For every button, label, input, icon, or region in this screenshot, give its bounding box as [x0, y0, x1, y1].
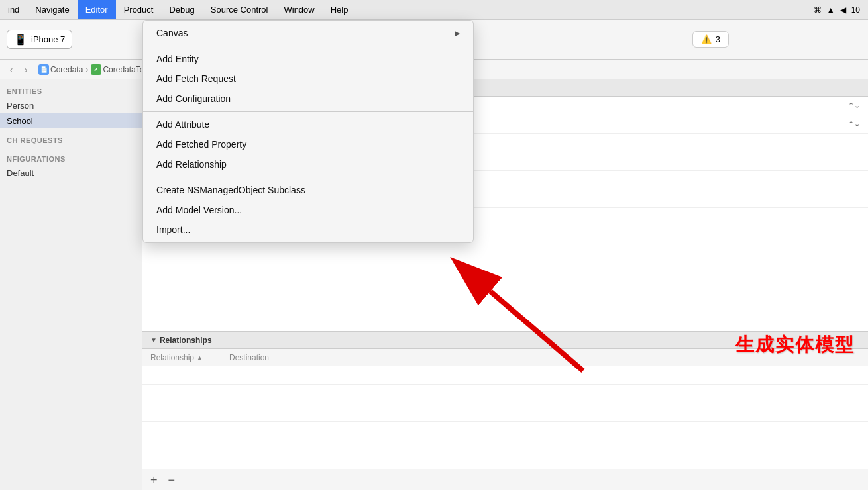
- menu-navigate[interactable]: Navigate: [27, 0, 77, 19]
- signal-icon: ▲: [827, 5, 835, 15]
- device-label: iPhone 7: [31, 34, 65, 44]
- stepper-1[interactable]: ⌃⌄: [848, 101, 860, 110]
- menu-add-fetch-request[interactable]: Add Fetch Request: [143, 69, 473, 89]
- warning-count: 3: [716, 34, 720, 44]
- sidebar-item-default[interactable]: Default: [0, 166, 142, 181]
- menu-sep-1: [143, 46, 473, 46]
- menu-import[interactable]: Import...: [143, 220, 473, 240]
- menu-add-fetched-property[interactable]: Add Fetched Property: [143, 134, 473, 154]
- red-arrow: [371, 238, 623, 384]
- svg-line-1: [490, 291, 583, 371]
- menu-add-model-version[interactable]: Add Model Version...: [143, 200, 473, 220]
- coredata-model-icon: ✓: [91, 64, 101, 75]
- volume-icon: ◀: [840, 5, 846, 15]
- sidebar-item-person[interactable]: Person: [0, 98, 142, 113]
- submenu-arrow-icon: ▶: [455, 29, 460, 38]
- menu-canvas[interactable]: Canvas ▶: [143, 23, 473, 43]
- menu-add-entity[interactable]: Add Entity: [143, 49, 473, 69]
- menu-product[interactable]: Product: [116, 0, 162, 19]
- menu-sep-3: [143, 177, 473, 177]
- rel-row-4: [142, 422, 868, 440]
- warning-icon: ⚠️: [701, 34, 712, 44]
- menu-find[interactable]: ind: [0, 0, 27, 19]
- menu-window[interactable]: Window: [276, 0, 322, 19]
- destination-col-header[interactable]: Destination: [229, 353, 269, 362]
- menu-create-subclass[interactable]: Create NSManagedObject Subclass: [143, 180, 473, 200]
- sidebar-item-school[interactable]: School: [0, 113, 142, 128]
- forward-button[interactable]: ›: [20, 64, 32, 75]
- collapse-icon[interactable]: ▼: [150, 336, 157, 344]
- menu-add-relationship[interactable]: Add Relationship: [143, 154, 473, 174]
- device-selector[interactable]: 📱 iPhone 7: [7, 30, 72, 49]
- menu-add-configuration[interactable]: Add Configuration: [143, 89, 473, 109]
- rel-row-2: [142, 385, 868, 403]
- relationship-col-header[interactable]: Relationship ▲: [150, 353, 203, 362]
- menu-add-attribute[interactable]: Add Attribute: [143, 115, 473, 134]
- breadcrumb-nav: ‹ ›: [5, 64, 32, 75]
- menubar-right-status: ⌘ ▲ ◀ 10: [814, 5, 868, 15]
- menubar: ind Navigate Editor Product Debug Source…: [0, 0, 868, 20]
- menu-source-control[interactable]: Source Control: [203, 0, 276, 19]
- back-button[interactable]: ‹: [5, 64, 17, 75]
- sort-arrow-icon: ▲: [197, 354, 203, 361]
- add-relationship-button[interactable]: +: [150, 474, 158, 486]
- warning-badge[interactable]: ⚠️ 3: [692, 31, 729, 48]
- editor-dropdown-menu: Canvas ▶ Add Entity Add Fetch Request Ad…: [142, 20, 474, 243]
- sidebar: ENTITIES Person School CH REQUESTS NFIGU…: [0, 79, 142, 490]
- wifi-icon: ⌘: [814, 5, 822, 15]
- iphone-icon: 📱: [14, 33, 27, 46]
- menu-sep-2: [143, 111, 473, 112]
- chinese-annotation: 生成实体模型: [735, 332, 855, 358]
- menu-debug[interactable]: Debug: [161, 0, 202, 19]
- rel-row-3: [142, 403, 868, 422]
- fetch-requests-label: CH REQUESTS: [0, 128, 142, 147]
- configurations-label: NFIGURATIONS: [0, 147, 142, 166]
- breadcrumb-coredata[interactable]: Coredata: [50, 65, 83, 74]
- time-display: 10: [851, 5, 860, 15]
- remove-relationship-button[interactable]: −: [168, 474, 176, 486]
- breadcrumb-sep-1: ›: [85, 65, 88, 74]
- menu-editor[interactable]: Editor: [78, 0, 116, 19]
- rel-footer: + −: [142, 469, 868, 490]
- menu-help[interactable]: Help: [323, 0, 356, 19]
- stepper-2[interactable]: ⌃⌄: [848, 120, 860, 128]
- coredata-icon: 📄: [38, 64, 49, 75]
- entities-label: ENTITIES: [0, 79, 142, 98]
